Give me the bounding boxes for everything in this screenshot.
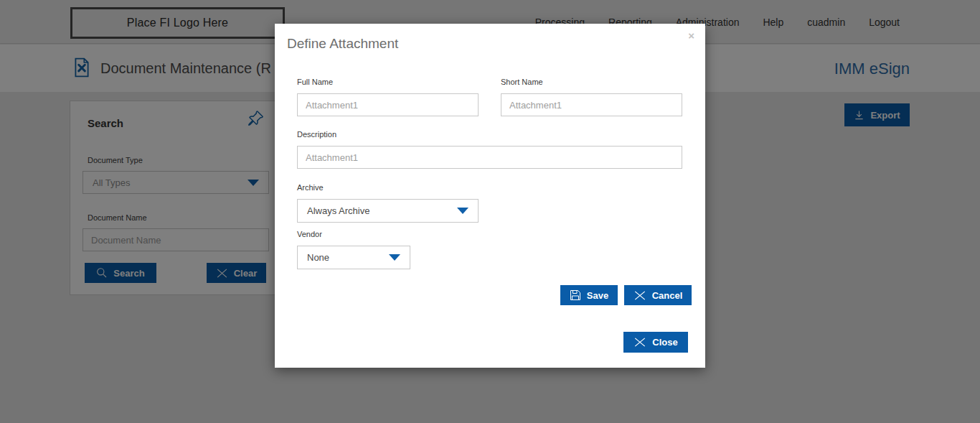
description-label: Description xyxy=(297,130,336,139)
cancel-button[interactable]: Cancel xyxy=(624,285,692,305)
vendor-select[interactable]: None xyxy=(297,246,410,269)
chevron-down-icon xyxy=(389,254,400,261)
save-button-label: Save xyxy=(587,290,608,301)
x-icon xyxy=(633,290,646,301)
full-name-input[interactable] xyxy=(297,93,479,116)
description-input[interactable] xyxy=(297,146,682,169)
cancel-button-label: Cancel xyxy=(652,290,683,301)
vendor-value: None xyxy=(307,252,329,263)
close-button-label: Close xyxy=(652,337,677,348)
close-button[interactable]: Close xyxy=(623,332,688,353)
define-attachment-dialog: Define Attachment × Full Name Short Name… xyxy=(275,24,705,368)
short-name-label: Short Name xyxy=(501,78,543,86)
archive-label: Archive xyxy=(297,183,324,192)
short-name-input[interactable] xyxy=(501,93,682,116)
archive-select[interactable]: Always Archive xyxy=(297,199,479,223)
chevron-down-icon xyxy=(457,208,468,214)
archive-value: Always Archive xyxy=(307,205,369,216)
x-icon xyxy=(633,337,646,348)
full-name-label: Full Name xyxy=(297,78,333,86)
dialog-title: Define Attachment xyxy=(287,36,398,52)
save-icon xyxy=(570,289,581,301)
save-button[interactable]: Save xyxy=(560,285,618,305)
dialog-close-x-icon[interactable]: × xyxy=(688,30,694,41)
vendor-label: Vendor xyxy=(297,230,322,238)
